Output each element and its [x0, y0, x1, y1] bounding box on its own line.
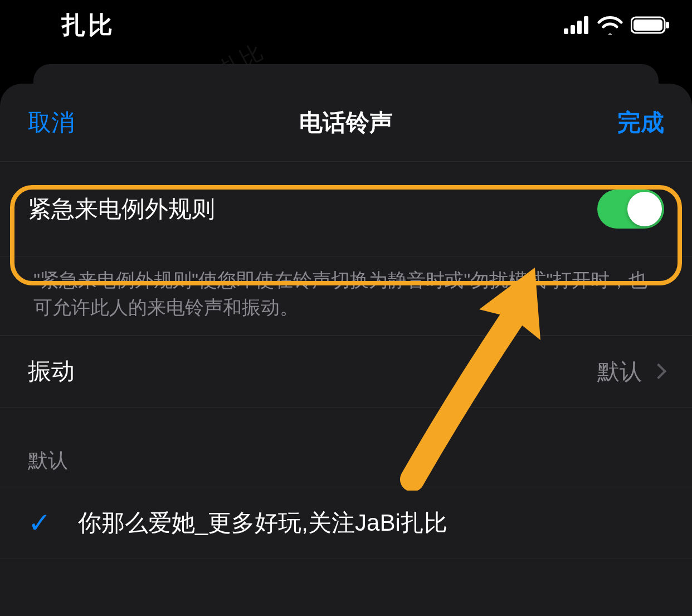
status-icons	[564, 16, 670, 35]
toggle-knob	[627, 192, 662, 226]
section-spacer	[0, 408, 692, 447]
svg-rect-3	[584, 16, 588, 34]
checkmark-icon: ✓	[28, 507, 56, 539]
emergency-bypass-toggle[interactable]	[597, 190, 664, 229]
svg-rect-0	[564, 28, 568, 34]
vibration-label: 振动	[28, 356, 75, 387]
emergency-bypass-label: 紧急来电例外规则	[28, 193, 215, 225]
svg-rect-6	[666, 22, 669, 28]
svg-rect-1	[571, 25, 575, 34]
ringtone-item-label: 你那么爱她_更多好玩,关注JaBi扎比	[78, 507, 447, 539]
cellular-icon	[564, 16, 589, 34]
page-title: 电话铃声	[299, 107, 393, 138]
emergency-bypass-description: "紧急来电例外规则"使您即使在铃声切换为静音时或"勿扰模式"打开时，也可允许此人…	[0, 256, 692, 336]
wifi-icon	[597, 16, 623, 35]
svg-rect-2	[577, 21, 582, 34]
vibration-value: 默认	[597, 356, 664, 387]
ringtone-item-selected[interactable]: ✓ 你那么爱她_更多好玩,关注JaBi扎比	[0, 487, 692, 559]
emergency-bypass-row[interactable]: 紧急来电例外规则	[0, 162, 692, 256]
cancel-button[interactable]: 取消	[28, 107, 75, 138]
nav-bar: 取消 电话铃声 完成	[0, 84, 692, 162]
modal-sheet: 取消 电话铃声 完成 紧急来电例外规则 "紧急来电例外规则"使您即使在铃声切换为…	[0, 84, 692, 616]
carrier-label: 扎比	[22, 9, 115, 42]
settings-list: 紧急来电例外规则 "紧急来电例外规则"使您即使在铃声切换为静音时或"勿扰模式"打…	[0, 162, 692, 559]
default-section-header: 默认	[0, 447, 692, 487]
vibration-value-text: 默认	[597, 356, 642, 387]
chevron-right-icon	[651, 363, 666, 379]
svg-rect-5	[633, 20, 662, 31]
vibration-row[interactable]: 振动 默认	[0, 336, 692, 408]
done-button[interactable]: 完成	[617, 107, 664, 138]
battery-icon	[631, 16, 670, 35]
status-bar: 扎比	[0, 0, 692, 50]
